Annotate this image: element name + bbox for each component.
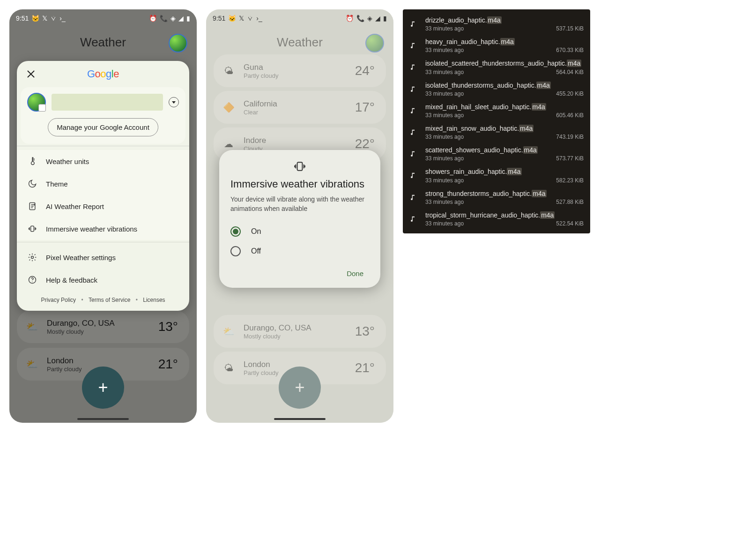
cat-icon: 🐱 xyxy=(31,15,39,22)
file-ext: m4a xyxy=(500,38,515,45)
terminal-icon: ›_ xyxy=(59,15,65,22)
file-age: 33 minutes ago xyxy=(425,47,464,53)
radio-off-indicator xyxy=(230,246,241,256)
file-row[interactable]: tropical_storm_hurricane_audio_haptic.m4… xyxy=(403,208,590,230)
status-bar: 9:51 🐱 𝕏 ⩒ ›_ ⏰ 📞 ◈ ◢ ▮ xyxy=(206,9,393,24)
menu-item-label: Pixel Weather settings xyxy=(46,254,116,262)
menu-item-immersive-weather-vibrations[interactable]: Immersive weather vibrations xyxy=(17,217,189,240)
file-age: 33 minutes ago xyxy=(425,155,464,162)
avatar[interactable] xyxy=(169,34,187,52)
dialog-body: Your device will vibrate along with the … xyxy=(230,195,369,213)
page-title: Weather xyxy=(80,35,126,50)
file-row[interactable]: mixed_rain_hail_sleet_audio_haptic.m4a 3… xyxy=(403,100,590,121)
file-row[interactable]: showers_rain_audio_haptic.m4a 33 minutes… xyxy=(403,165,590,186)
menu-item-ai-weather-report[interactable]: AI Weather Report xyxy=(17,195,189,217)
done-button[interactable]: Done xyxy=(341,266,369,281)
file-row[interactable]: scattered_showers_audio_haptic.m4a 33 mi… xyxy=(403,143,590,165)
file-row[interactable]: isolated_thunderstorms_audio_haptic.m4a … xyxy=(403,78,590,100)
music-note-icon xyxy=(408,81,420,97)
file-age: 33 minutes ago xyxy=(425,134,464,140)
file-age: 33 minutes ago xyxy=(425,199,464,205)
menu-item-theme[interactable]: Theme xyxy=(17,172,189,195)
radio-off-label: Off xyxy=(251,247,261,255)
file-row[interactable]: strong_thunderstorms_audio_haptic.m4a 33… xyxy=(403,187,590,208)
wifi-icon: ◈ xyxy=(170,15,176,22)
file-name: strong_thunderstorms_audio_haptic.m4a xyxy=(425,189,584,198)
menu-item-label: AI Weather Report xyxy=(46,202,104,210)
signal-icon: ◢ xyxy=(375,15,380,22)
file-row[interactable]: mixed_rain_snow_audio_haptic.m4a 33 minu… xyxy=(403,121,590,143)
file-ext: m4a xyxy=(540,211,555,219)
svg-rect-1 xyxy=(31,226,34,232)
music-note-icon xyxy=(408,103,420,119)
close-icon[interactable] xyxy=(25,68,37,80)
phone-wifi-icon: 📞 xyxy=(160,15,168,22)
terminal-icon: ›_ xyxy=(256,15,262,22)
menu-item-label: Theme xyxy=(46,180,68,188)
menu-item-weather-units[interactable]: Weather units xyxy=(17,150,189,172)
music-note-icon xyxy=(408,189,420,205)
wifi-icon: ◈ xyxy=(367,15,372,22)
radio-on[interactable]: On xyxy=(230,222,369,241)
file-ext: m4a xyxy=(519,125,534,132)
menu-item-help-feedback[interactable]: Help & feedback xyxy=(17,269,189,291)
file-name: isolated_scattered_thunderstorms_audio_h… xyxy=(425,59,584,67)
radio-off[interactable]: Off xyxy=(230,241,369,261)
file-age: 33 minutes ago xyxy=(425,69,464,75)
file-row[interactable]: drizzle_audio_haptic.m4a 33 minutes ago … xyxy=(403,13,590,35)
phone-screenshot-1: Weather ⛅ Durango, CO, USA Mostly cloudy… xyxy=(9,9,197,423)
file-size: 455.20 KiB xyxy=(556,90,584,97)
radio-on-label: On xyxy=(251,227,261,236)
file-size: 573.77 KiB xyxy=(556,155,584,162)
tos-link[interactable]: Terms of Service xyxy=(87,297,132,303)
menu-item-label: Weather units xyxy=(46,157,89,165)
check-down-icon: ⩒ xyxy=(50,15,57,22)
google-logo: Google xyxy=(87,68,119,80)
music-note-icon xyxy=(408,211,420,227)
file-age: 33 minutes ago xyxy=(425,112,464,119)
account-avatar[interactable] xyxy=(27,93,46,112)
account-name-redacted xyxy=(52,94,163,111)
music-note-icon xyxy=(408,146,420,162)
footer-links: Privacy Policy • Terms of Service • Lice… xyxy=(17,297,189,303)
svg-rect-5 xyxy=(297,162,303,170)
file-size: 743.19 KiB xyxy=(556,134,584,140)
file-row[interactable]: heavy_rain_audio_haptic.m4a 33 minutes a… xyxy=(403,35,590,56)
x-icon: 𝕏 xyxy=(239,15,244,22)
battery-icon: ▮ xyxy=(383,15,387,22)
file-size: 522.54 KiB xyxy=(556,220,584,227)
file-row[interactable]: isolated_scattered_thunderstorms_audio_h… xyxy=(403,56,590,78)
home-indicator[interactable] xyxy=(77,418,129,420)
signal-icon: ◢ xyxy=(178,15,184,22)
menu-item-pixel-weather-settings[interactable]: Pixel Weather settings xyxy=(17,246,189,269)
music-note-icon xyxy=(408,16,420,32)
privacy-link[interactable]: Privacy Policy xyxy=(39,297,78,303)
music-note-icon xyxy=(408,124,420,140)
sparkle-doc-icon xyxy=(27,201,37,211)
menu-item-label: Help & feedback xyxy=(46,276,97,284)
vibration-dialog: Immersive weather vibrations Your device… xyxy=(219,150,380,288)
licenses-link[interactable]: Licenses xyxy=(141,297,167,303)
manage-account-button[interactable]: Manage your Google Account xyxy=(48,118,158,136)
dialog-title: Immersive weather vibrations xyxy=(230,178,369,190)
svg-point-2 xyxy=(31,256,34,259)
file-age: 33 minutes ago xyxy=(425,177,464,184)
clock: 9:51 xyxy=(213,15,225,22)
file-ext: m4a xyxy=(532,103,546,111)
file-name: isolated_thunderstorms_audio_haptic.m4a xyxy=(425,81,584,90)
account-switcher-caret[interactable] xyxy=(169,97,179,107)
music-note-icon xyxy=(408,59,420,75)
music-note-icon xyxy=(408,167,420,183)
file-size: 564.04 KiB xyxy=(556,69,584,75)
alarm-icon: ⏰ xyxy=(149,15,157,22)
vibration-icon xyxy=(27,224,37,234)
file-size: 605.46 KiB xyxy=(556,112,584,119)
status-bar: 9:51 🐱 𝕏 ⩒ ›_ ⏰ 📞 ◈ ◢ ▮ xyxy=(9,9,197,24)
add-location-fab[interactable]: + xyxy=(82,367,124,409)
home-indicator[interactable] xyxy=(274,418,326,420)
file-list-panel: drizzle_audio_haptic.m4a 33 minutes ago … xyxy=(403,9,590,233)
svg-point-4 xyxy=(32,282,32,282)
file-size: 582.23 KiB xyxy=(556,177,584,184)
file-ext: m4a xyxy=(487,16,502,24)
file-ext: m4a xyxy=(567,60,581,67)
